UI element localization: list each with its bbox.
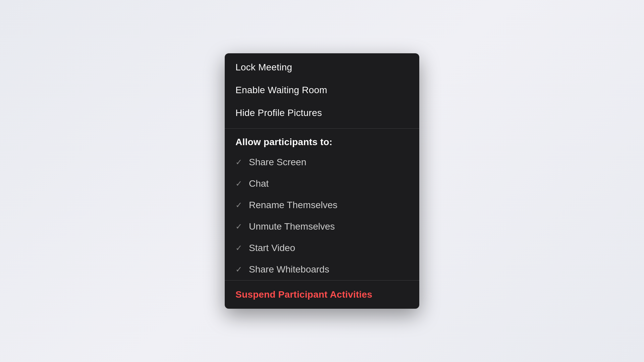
unmute-themselves-label: Unmute Themselves [249, 221, 335, 232]
rename-themselves-checkmark: ✓ [235, 200, 244, 210]
bottom-section: Suspend Participant Activities [225, 280, 419, 309]
security-menu: Lock Meeting Enable Waiting Room Hide Pr… [225, 53, 419, 309]
share-whiteboards-label: Share Whiteboards [249, 264, 329, 275]
hide-profile-pictures-label: Hide Profile Pictures [235, 108, 322, 118]
suspend-participant-activities-item[interactable]: Suspend Participant Activities [225, 282, 419, 307]
share-screen-item[interactable]: ✓ Share Screen [225, 152, 419, 173]
start-video-item[interactable]: ✓ Start Video [225, 237, 419, 259]
hide-profile-pictures-item[interactable]: Hide Profile Pictures [225, 102, 419, 124]
unmute-themselves-item[interactable]: ✓ Unmute Themselves [225, 216, 419, 237]
rename-themselves-label: Rename Themselves [249, 200, 337, 210]
top-section: Lock Meeting Enable Waiting Room Hide Pr… [225, 53, 419, 127]
share-screen-label: Share Screen [249, 157, 306, 168]
enable-waiting-room-item[interactable]: Enable Waiting Room [225, 79, 419, 102]
share-whiteboards-item[interactable]: ✓ Share Whiteboards [225, 259, 419, 280]
chat-label: Chat [249, 178, 269, 189]
enable-waiting-room-label: Enable Waiting Room [235, 85, 327, 96]
suspend-participant-activities-label: Suspend Participant Activities [235, 289, 372, 300]
start-video-label: Start Video [249, 243, 295, 253]
lock-meeting-label: Lock Meeting [235, 62, 292, 73]
allow-participants-header: Allow participants to: [225, 130, 419, 152]
unmute-themselves-checkmark: ✓ [235, 222, 244, 231]
rename-themselves-item[interactable]: ✓ Rename Themselves [225, 194, 419, 216]
chat-item[interactable]: ✓ Chat [225, 173, 419, 194]
lock-meeting-item[interactable]: Lock Meeting [225, 56, 419, 79]
section-divider [225, 128, 419, 129]
share-whiteboards-checkmark: ✓ [235, 265, 244, 274]
share-screen-checkmark: ✓ [235, 158, 244, 167]
start-video-checkmark: ✓ [235, 243, 244, 253]
chat-checkmark: ✓ [235, 179, 244, 188]
